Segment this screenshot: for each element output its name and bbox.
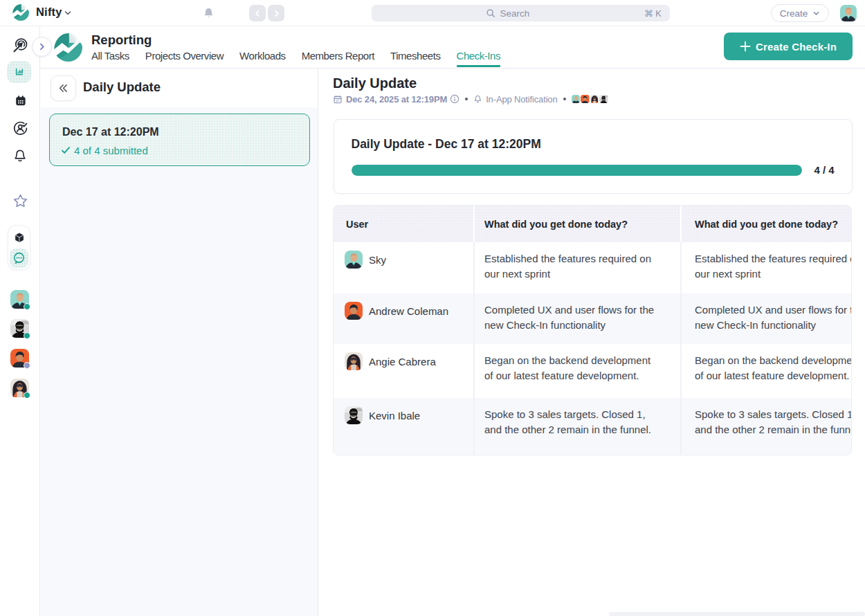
user-avatar[interactable]: [840, 5, 857, 21]
reporting-icon[interactable]: [7, 61, 31, 83]
row-user-name: Sky: [369, 254, 386, 266]
create-check-in-label: Create Check-In: [756, 41, 837, 53]
rail-avatar-sky[interactable]: [10, 290, 29, 309]
workspace-name[interactable]: Nifty: [36, 6, 62, 19]
info-icon[interactable]: [450, 94, 459, 104]
check-in-status: 4 of 4 submitted: [62, 145, 148, 156]
left-rail: [0, 26, 40, 616]
meta-separator-dot: [563, 98, 566, 100]
history-back-button[interactable]: [249, 5, 266, 21]
table-row[interactable]: Angie Cabrera Began on the backend devel…: [334, 344, 852, 398]
column-header-user[interactable]: User: [334, 206, 474, 242]
project-logo[interactable]: [54, 33, 82, 62]
project-cube-icon[interactable]: [12, 231, 26, 245]
create-button-label: Create: [780, 8, 808, 19]
tab-members-report[interactable]: Members Report: [302, 50, 374, 67]
table-row[interactable]: Kevin Ibale Spoke to 3 sales targets. Cl…: [334, 398, 852, 455]
row-answer-2: Completed UX and user flows for the new …: [681, 293, 852, 344]
progress-label: 4 / 4: [814, 164, 835, 176]
check-in-title: Daily Update: [333, 75, 417, 91]
bell-small-icon: [473, 94, 482, 104]
calendar-icon[interactable]: [0, 94, 40, 107]
top-bar: Nifty Search ⌘ K Create: [0, 0, 865, 26]
create-chevron-down-icon: [812, 10, 820, 17]
search-shortcut: ⌘ K: [644, 8, 662, 19]
check-in-meta: Dec 24, 2025 at 12:19PM In-App Notificat…: [333, 93, 608, 105]
column-header-question-1[interactable]: What did you get done today?: [474, 206, 681, 242]
tab-workloads[interactable]: Workloads: [239, 50, 286, 67]
horizontal-scrollbar[interactable]: [609, 612, 865, 616]
table-row[interactable]: Sky Established the features required on…: [334, 242, 852, 293]
member-check-icon[interactable]: [0, 120, 40, 136]
search-icon: [486, 8, 495, 18]
row-avatar: [345, 406, 363, 424]
project-switcher: [8, 225, 30, 270]
recipient-avatars[interactable]: [572, 95, 608, 104]
check-in-item-selected[interactable]: Dec 17 at 12:20PM 4 of 4 submitted: [49, 114, 310, 166]
row-user-name: Kevin Ibale: [369, 410, 420, 422]
row-answer-1: Completed UX and user flows for the new …: [474, 293, 681, 344]
row-avatar: [345, 302, 363, 320]
row-answer-1: Began on the backend development of our …: [474, 344, 681, 398]
bell-icon[interactable]: [0, 148, 40, 163]
table-header-row: User What did you get done today? What d…: [334, 206, 852, 242]
progress-bar: [352, 165, 802, 176]
tab-check-ins[interactable]: Check-Ins: [457, 50, 500, 67]
row-answer-2: Established the features required on our…: [681, 242, 852, 293]
row-answer-1: Spoke to 3 sales targets. Closed 1, and …: [474, 398, 681, 455]
tab-timesheets[interactable]: Timesheets: [390, 50, 440, 67]
history-forward-button[interactable]: [268, 5, 284, 21]
meta-separator-dot: [465, 98, 468, 100]
tab-projects-overview[interactable]: Projects Overview: [145, 50, 224, 67]
row-user-name: Andrew Coleman: [369, 305, 448, 317]
check-in-date: Dec 17 at 12:20PM: [62, 126, 159, 138]
calendar-small-icon: [333, 94, 343, 105]
plus-icon: [740, 41, 751, 52]
workspace-chevron-down-icon[interactable]: [64, 9, 72, 17]
page-header: Reporting All Tasks Projects Overview Wo…: [40, 26, 865, 69]
row-user-name: Angie Cabrera: [369, 356, 436, 368]
project-chat-icon[interactable]: [10, 248, 28, 268]
search-placeholder: Search: [500, 8, 529, 19]
check-in-datetime: Dec 24, 2025 at 12:19PM: [346, 94, 447, 105]
progress-card: Daily Update - Dec 17 at 12:20PM 4 / 4: [334, 119, 853, 194]
notifications-bell-icon[interactable]: [202, 6, 215, 20]
expand-sidebar-button[interactable]: [32, 37, 52, 57]
check-icon: [62, 147, 70, 154]
search-input[interactable]: Search ⌘ K: [372, 5, 670, 21]
responses-table: User What did you get done today? What d…: [333, 205, 852, 455]
star-icon[interactable]: [0, 194, 40, 208]
rail-avatar-andrew[interactable]: [10, 349, 29, 368]
check-in-detail: Daily Update Dec 24, 2025 at 12:19PM In-…: [318, 69, 865, 616]
progress-card-title: Daily Update - Dec 17 at 12:20PM: [352, 137, 541, 152]
row-answer-1: Established the features required on our…: [474, 242, 681, 293]
panel-title: Daily Update: [83, 80, 161, 95]
row-answer-2: Began on the backend development of our …: [681, 344, 852, 398]
nifty-logo-icon[interactable]: [12, 4, 29, 21]
create-button[interactable]: Create: [771, 4, 829, 22]
page-title: Reporting: [91, 33, 152, 48]
panel-header: Daily Update: [41, 69, 318, 107]
collapse-panel-button[interactable]: [51, 75, 76, 101]
column-header-question-2[interactable]: What did you get done today?: [681, 206, 852, 242]
report-tabs: All Tasks Projects Overview Workloads Me…: [91, 50, 500, 67]
row-avatar: [345, 251, 363, 269]
create-check-in-button[interactable]: Create Check-In: [724, 33, 853, 60]
rail-avatar-kevin[interactable]: [10, 319, 29, 338]
check-in-list-panel: Daily Update Dec 17 at 12:20PM 4 of 4 su…: [41, 69, 318, 616]
tab-all-tasks[interactable]: All Tasks: [91, 50, 129, 67]
notification-channel: In-App Notification: [486, 94, 557, 105]
row-answer-2: Spoke to 3 sales targets. Closed 1, and …: [681, 398, 852, 455]
rail-avatar-angie[interactable]: [10, 379, 29, 397]
row-avatar: [345, 352, 363, 370]
table-row[interactable]: Andrew Coleman Completed UX and user flo…: [334, 293, 852, 344]
